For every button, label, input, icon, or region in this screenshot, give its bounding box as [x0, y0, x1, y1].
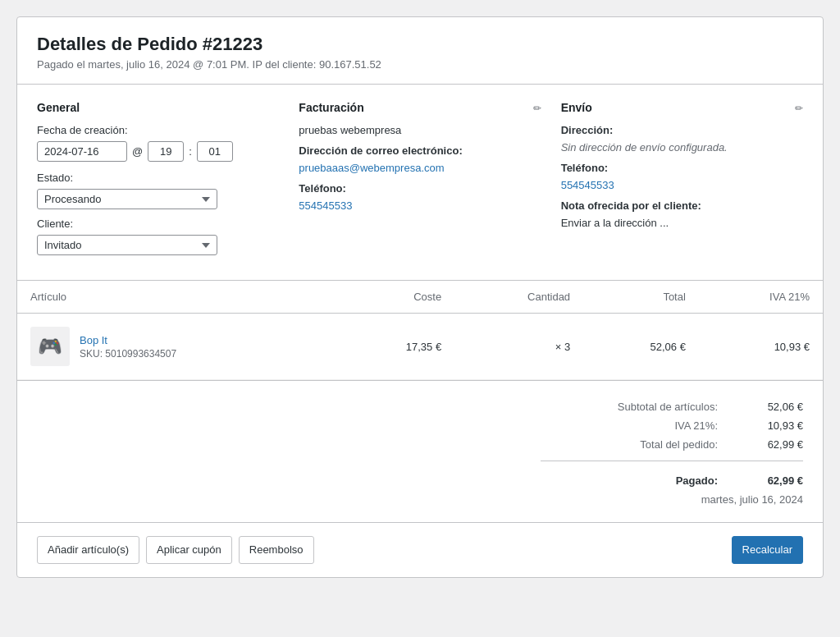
- shipping-note-label: Nota ofrecida por el cliente:: [561, 199, 803, 212]
- items-section: Artículo Coste Cantidad Total IVA 21% 🎮: [17, 281, 823, 381]
- product-thumb-icon: 🎮: [38, 335, 62, 358]
- client-select[interactable]: Invitado: [37, 235, 217, 255]
- status-group: Estado: Procesando Pendiente de pago Com…: [37, 172, 279, 209]
- billing-email-group: Dirección de correo electrónico: pruebaa…: [299, 144, 541, 174]
- date-row: @ :: [37, 141, 279, 162]
- vat-value: 10,93 €: [737, 419, 803, 432]
- totals-divider: [541, 461, 803, 461]
- billing-title: Facturación: [299, 101, 363, 114]
- apply-coupon-button[interactable]: Aplicar cupón: [146, 536, 232, 564]
- general-header: General: [37, 101, 279, 114]
- order-total-row: Total del pedido: 62,99 €: [37, 435, 803, 454]
- footer-section: Añadir artículo(s) Aplicar cupón Reembol…: [17, 523, 823, 577]
- shipping-note-value: Enviar a la dirección ...: [561, 217, 669, 229]
- billing-phone-link[interactable]: 554545533: [299, 199, 352, 212]
- vat-row: IVA 21%: 10,93 €: [37, 416, 803, 435]
- product-details: Bop It SKU: 5010993634507: [80, 334, 176, 360]
- table-header-row: Artículo Coste Cantidad Total IVA 21%: [17, 281, 823, 314]
- product-sku: SKU: 5010993634507: [80, 348, 176, 360]
- subtotal-label: Subtotal de artículos:: [570, 401, 718, 413]
- product-quantity: × 3: [454, 314, 583, 380]
- shipping-address-value: Sin dirección de envío configurada.: [561, 141, 728, 154]
- date-input[interactable]: [37, 141, 127, 162]
- order-total-label: Total del pedido:: [570, 438, 718, 451]
- shipping-phone-link[interactable]: 554545533: [561, 179, 614, 191]
- table-row: 🎮 Bop It SKU: 5010993634507 17,35: [17, 314, 823, 380]
- subtotal-row: Subtotal de artículos: 52,06 €: [37, 397, 803, 416]
- refund-button[interactable]: Reembolso: [239, 536, 314, 564]
- footer-left-buttons: Añadir artículo(s) Aplicar cupón Reembol…: [37, 536, 314, 564]
- shipping-column: Envío Dirección: Sin dirección de envío …: [561, 101, 803, 264]
- product-info-cell: 🎮 Bop It SKU: 5010993634507: [30, 327, 326, 366]
- add-items-button[interactable]: Añadir artículo(s): [37, 536, 139, 564]
- billing-email-label: Dirección de correo electrónico:: [299, 144, 541, 157]
- client-group: Cliente: Invitado: [37, 218, 279, 255]
- billing-phone-label: Teléfono:: [299, 182, 541, 195]
- billing-header: Facturación: [299, 101, 541, 114]
- general-column: General Fecha de creación: @ : Estado: P…: [37, 101, 299, 264]
- page-title: Detalles de Pedido #21223: [37, 34, 803, 55]
- minute-input[interactable]: [197, 141, 233, 162]
- paid-date: martes, julio 16, 2024: [37, 493, 803, 506]
- billing-column: Facturación pruebas webempresa Dirección…: [299, 101, 560, 264]
- col-header-cost: Coste: [339, 281, 454, 314]
- billing-edit-icon[interactable]: [533, 101, 541, 114]
- billing-phone-group: Teléfono: 554545533: [299, 182, 541, 212]
- shipping-edit-icon[interactable]: [795, 101, 803, 114]
- totals-section: Subtotal de artículos: 52,06 € IVA 21%: …: [17, 381, 823, 523]
- product-cost: 17,35 €: [339, 314, 454, 380]
- paid-label: Pagado:: [570, 474, 718, 487]
- general-title: General: [37, 101, 80, 114]
- recalculate-button[interactable]: Recalcular: [732, 536, 803, 564]
- product-name-link[interactable]: Bop It: [80, 334, 107, 346]
- status-select[interactable]: Procesando Pendiente de pago Completado …: [37, 189, 217, 209]
- colon-separator: :: [189, 145, 192, 158]
- paid-value: 62,99 €: [737, 474, 803, 487]
- shipping-address-group: Dirección: Sin dirección de envío config…: [561, 124, 803, 154]
- product-cell: 🎮 Bop It SKU: 5010993634507: [17, 314, 339, 380]
- info-section: General Fecha de creación: @ : Estado: P…: [17, 85, 823, 281]
- product-vat: 10,93 €: [699, 314, 823, 380]
- product-total: 52,06 €: [583, 314, 699, 380]
- vat-label: IVA 21%:: [570, 419, 718, 432]
- date-label: Fecha de creación:: [37, 124, 279, 136]
- hour-input[interactable]: [148, 141, 184, 162]
- shipping-address-label: Dirección:: [561, 124, 803, 136]
- col-header-qty: Cantidad: [454, 281, 583, 314]
- shipping-header: Envío: [561, 101, 803, 114]
- col-header-total: Total: [583, 281, 699, 314]
- order-total-value: 62,99 €: [737, 438, 803, 451]
- items-table: Artículo Coste Cantidad Total IVA 21% 🎮: [17, 281, 823, 380]
- at-symbol: @: [132, 145, 143, 158]
- order-subtitle: Pagado el martes, julio 16, 2024 @ 7:01 …: [37, 58, 803, 71]
- billing-company: pruebas webempresa: [299, 124, 541, 136]
- shipping-phone-label: Teléfono:: [561, 162, 803, 174]
- order-header: Detalles de Pedido #21223 Pagado el mart…: [17, 17, 823, 85]
- shipping-phone-group: Teléfono: 554545533: [561, 162, 803, 191]
- order-details-panel: Detalles de Pedido #21223 Pagado el mart…: [16, 16, 824, 578]
- billing-company-name: pruebas webempresa: [299, 124, 401, 136]
- col-header-item: Artículo: [17, 281, 339, 314]
- subtotal-value: 52,06 €: [737, 401, 803, 413]
- col-header-vat: IVA 21%: [699, 281, 823, 314]
- status-label: Estado:: [37, 172, 279, 184]
- billing-email-link[interactable]: pruebaaas@webempresa.com: [299, 162, 444, 174]
- paid-row: Pagado: 62,99 €: [37, 468, 803, 490]
- client-label: Cliente:: [37, 218, 279, 230]
- product-thumbnail: 🎮: [30, 327, 70, 366]
- shipping-note-group: Nota ofrecida por el cliente: Enviar a l…: [561, 199, 803, 229]
- shipping-title: Envío: [561, 101, 592, 114]
